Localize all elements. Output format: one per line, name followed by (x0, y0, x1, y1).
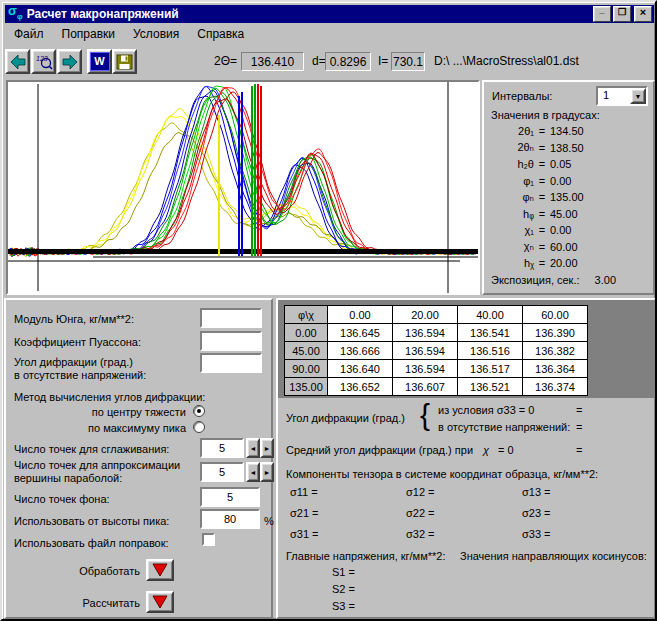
result-angle-label: Угол дифракции (град.) (286, 412, 405, 424)
smooth-points-decrement[interactable]: ◄ (246, 438, 260, 458)
degree-row: χₙ=60.00 (494, 239, 652, 256)
close-button[interactable]: × (634, 6, 652, 22)
forward-arrow-icon (62, 54, 78, 70)
smooth-points-increment[interactable]: ► (260, 438, 274, 458)
zero-stress-angle-label-1: Угол дифракции (град.) (14, 356, 133, 368)
table-row: 135.00136.652136.607136.521136.374 (285, 378, 588, 396)
save-icon (116, 54, 133, 70)
menu-help[interactable]: Справка (188, 24, 253, 44)
i-value: 730.1 (391, 52, 425, 71)
table-corner-cell: φ\χ (285, 306, 328, 324)
table-col-header: 0.00 (328, 306, 393, 324)
table-cell: 136.541 (458, 324, 523, 342)
table-col-header: 60.00 (523, 306, 588, 324)
method-radio-0[interactable] (193, 405, 205, 417)
degree-symbol: φₙ (494, 191, 534, 204)
equals-sign: = (534, 142, 550, 154)
degree-symbol: χₙ (494, 240, 534, 253)
red-triangle-icon (152, 595, 168, 609)
menu-file[interactable]: Файл (5, 24, 53, 44)
word-export-button[interactable]: W (87, 49, 112, 74)
principal-stress-row: S2 = (332, 583, 355, 600)
app-window: σφ Расчет макронапряжений _ ❒ × Файл Поп… (0, 0, 657, 621)
background-points-field[interactable] (202, 489, 258, 505)
equals-sign: = (534, 241, 550, 253)
degree-value: 135.00 (550, 191, 584, 203)
corrections-file-label: Использовать файл поправок: (14, 537, 169, 549)
intervals-dropdown-button[interactable]: ▼ (630, 88, 646, 104)
goto-number-button[interactable]: 123 (31, 49, 56, 74)
table-cell: 136.521 (458, 378, 523, 396)
approx-points-label-1: Число точек для аппроксимации (14, 459, 180, 471)
degrees-list: 2θ₁=134.502θₙ=138.50h₂θ=0.05φ₁=0.00φₙ=13… (494, 123, 652, 272)
goto-number-icon: 123 (35, 53, 53, 71)
spin-right-icon: ► (264, 469, 271, 476)
table-cell: 136.364 (523, 360, 588, 378)
method-option-1-label: по максимуму пика (6, 422, 186, 434)
process-label: Обработать (14, 565, 140, 577)
principal-stresses-list: S1 =S2 =S3 = (332, 566, 355, 617)
table-cell: 136.374 (523, 378, 588, 396)
method-option-0-label: по центру тяжести (6, 406, 186, 418)
zero-stress-angle-label-2: в отсутствие напряжений: (14, 369, 146, 381)
table-row-header: 0.00 (285, 324, 328, 342)
tensor-label: Компоненты тензора в системе координат о… (286, 468, 598, 480)
table-cell: 136.594 (393, 360, 458, 378)
tensor-row: σ21 =σ22 =σ23 = (290, 507, 650, 528)
minimize-button[interactable]: _ (593, 6, 611, 22)
degree-value: 0.00 (550, 175, 571, 187)
peak-height-field[interactable] (202, 511, 258, 527)
young-modulus-field[interactable] (202, 310, 260, 326)
table-cell: 136.517 (458, 360, 523, 378)
approx-points-field[interactable] (202, 464, 242, 480)
principal-stress-row: S3 = (332, 600, 355, 617)
degree-value: 20.00 (550, 257, 578, 269)
degree-value: 0.05 (550, 158, 571, 170)
spin-left-icon: ◄ (250, 445, 257, 452)
maximize-button[interactable]: ❒ (613, 6, 631, 22)
calculate-button[interactable] (146, 591, 174, 613)
approx-points-box (200, 462, 244, 482)
smooth-points-field[interactable] (202, 440, 242, 456)
poisson-field[interactable] (202, 333, 260, 349)
table-row-header: 135.00 (285, 378, 328, 396)
i-label: I= (378, 54, 388, 68)
principal-stress-row: S1 = (332, 566, 355, 583)
mean-angle-row: Средний угол дифракции (град.) приχ= 0 (286, 444, 514, 456)
app-icon: σφ (8, 4, 23, 24)
smooth-points-box (200, 438, 244, 458)
settings-panel: Модуль Юнга, кг/мм**2: Коэффициент Пуасс… (4, 298, 273, 619)
table-header-row: φ\χ0.0020.0040.0060.00 (285, 306, 588, 324)
corrections-file-checkbox[interactable] (202, 533, 215, 546)
d-value: 0.8296 (325, 52, 371, 71)
table-col-header: 40.00 (458, 306, 523, 324)
tensor-component: σ33 = (522, 528, 638, 540)
degree-symbol: hᵩ (494, 208, 534, 220)
equals-sign: = (534, 257, 550, 269)
table-cell: 136.645 (328, 324, 393, 342)
back-button[interactable] (5, 49, 30, 74)
degree-symbol: χ₁ (494, 224, 534, 236)
two-theta-value: 136.410 (241, 52, 304, 71)
back-arrow-icon (10, 54, 26, 70)
method-radio-1[interactable] (193, 421, 205, 433)
intervals-dropdown[interactable]: 1 ▼ (596, 86, 648, 106)
approx-points-increment[interactable]: ► (260, 462, 274, 482)
equals-sign: = (534, 224, 550, 236)
condition-1-equals: = (576, 404, 582, 416)
equals-sign: = (534, 175, 550, 187)
tensor-row: σ11 =σ12 =σ13 = (290, 486, 650, 507)
approx-points-decrement[interactable]: ◄ (246, 462, 260, 482)
forward-button[interactable] (57, 49, 82, 74)
degree-value: 45.00 (550, 208, 578, 220)
menu-conditions[interactable]: Условия (124, 24, 188, 44)
brace: { (420, 399, 430, 431)
phi-chi-table: φ\χ0.0020.0040.0060.000.00136.645136.594… (284, 305, 588, 396)
young-modulus-label: Модуль Юнга, кг/мм**2: (14, 313, 134, 325)
degree-value: 134.50 (550, 125, 584, 137)
menu-corrections[interactable]: Поправки (53, 24, 124, 44)
tensor-component: σ23 = (522, 507, 638, 519)
save-button[interactable] (112, 49, 137, 74)
process-button[interactable] (146, 559, 174, 581)
zero-stress-angle-field[interactable] (202, 355, 260, 371)
